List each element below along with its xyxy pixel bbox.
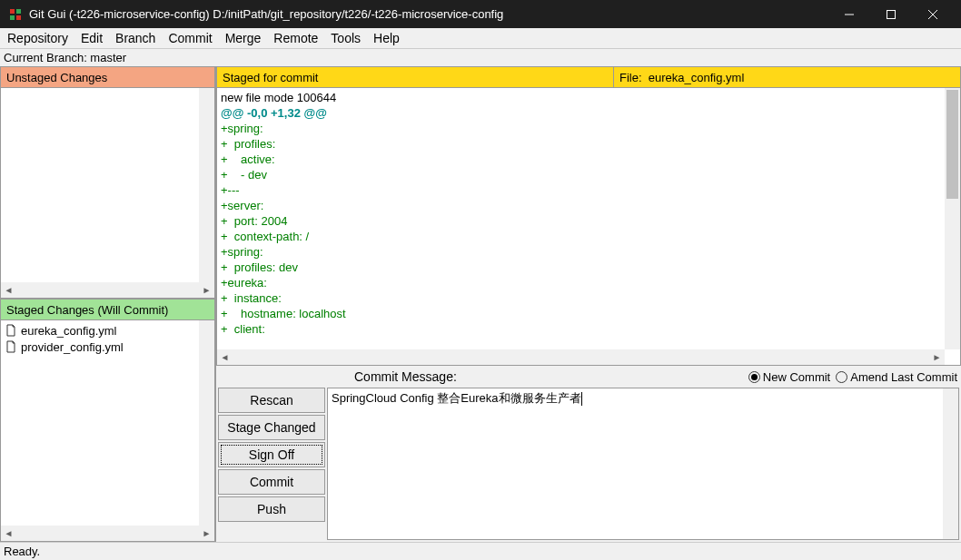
diff-line: +spring:: [221, 121, 956, 136]
diff-line: @@ -0,0 +1,32 @@: [221, 105, 956, 121]
diff-line: + context-path: /: [221, 229, 956, 244]
menu-help[interactable]: Help: [373, 31, 400, 45]
scrollbar-horizontal[interactable]: ◄►: [1, 282, 214, 298]
unstaged-header: Unstaged Changes: [0, 66, 215, 88]
unstaged-list[interactable]: ◄►: [0, 88, 215, 299]
svg-rect-1: [16, 9, 21, 14]
diff-line: +---: [221, 182, 956, 198]
diff-file-name: eureka_config.yml: [649, 71, 745, 84]
svg-rect-5: [887, 10, 896, 18]
diff-line: new file mode 100644: [221, 90, 956, 105]
menubar: Repository Edit Branch Commit Merge Remo…: [0, 28, 961, 48]
staged-header: Staged Changes (Will Commit): [0, 299, 215, 320]
radio-amend-commit[interactable]: Amend Last Commit: [836, 370, 957, 384]
staged-file-name: eureka_config.yml: [21, 324, 117, 338]
svg-rect-0: [10, 9, 15, 14]
diff-line: + - dev: [221, 167, 956, 182]
scrollbar-horizontal[interactable]: ◄►: [217, 349, 945, 365]
commit-message-label: Commit Message:: [354, 369, 457, 384]
diff-line: +server:: [221, 198, 956, 213]
diff-line: + port: 2004: [221, 213, 956, 229]
status-bar: Ready.: [0, 542, 961, 560]
app-icon: [7, 6, 24, 23]
staged-list[interactable]: eureka_config.yml provider_config.yml ◄►: [0, 320, 215, 542]
diff-line: + client:: [221, 321, 956, 337]
scrollbar-vertical[interactable]: [945, 88, 960, 349]
file-icon: [5, 340, 17, 353]
status-text: Ready.: [4, 545, 40, 558]
minimize-button[interactable]: [828, 0, 870, 28]
commit-message-text: SpringCloud Config 整合Eureka和微服务生产者: [332, 391, 581, 405]
diff-line: + profiles: dev: [221, 260, 956, 275]
maximize-button[interactable]: [870, 0, 912, 28]
diff-line: +eureka:: [221, 275, 956, 290]
diff-line: + instance:: [221, 290, 956, 306]
menu-commit[interactable]: Commit: [168, 31, 212, 45]
diff-line: + profiles:: [221, 136, 956, 152]
sign-off-button[interactable]: Sign Off: [218, 442, 325, 467]
diff-file-label: File:: [619, 71, 642, 84]
diff-header-file: File: eureka_config.yml: [614, 66, 961, 88]
branch-bar: Current Branch: master: [0, 48, 961, 66]
close-button[interactable]: [912, 0, 954, 28]
diff-pane[interactable]: new file mode 100644@@ -0,0 +1,32 @@+spr…: [216, 88, 961, 366]
rescan-button[interactable]: Rescan: [218, 388, 325, 413]
diff-line: + hostname: localhost: [221, 306, 956, 321]
scrollbar-vertical[interactable]: [199, 320, 214, 526]
window-title: Git Gui (-t226-microservice-config) D:/i…: [29, 7, 828, 21]
scrollbar-horizontal[interactable]: ◄►: [1, 526, 214, 541]
menu-tools[interactable]: Tools: [331, 31, 361, 45]
staged-file-item[interactable]: eureka_config.yml: [1, 322, 214, 339]
staged-file-name: provider_config.yml: [21, 340, 124, 354]
menu-merge[interactable]: Merge: [225, 31, 262, 45]
titlebar: Git Gui (-t226-microservice-config) D:/i…: [0, 0, 961, 28]
svg-rect-3: [16, 15, 21, 20]
file-icon: [5, 324, 17, 337]
scrollbar-vertical[interactable]: [943, 388, 958, 539]
commit-message-input[interactable]: SpringCloud Config 整合Eureka和微服务生产者: [327, 388, 959, 540]
diff-header-left: Staged for commit: [216, 66, 614, 88]
scrollbar-vertical[interactable]: [199, 88, 214, 282]
menu-edit[interactable]: Edit: [81, 31, 103, 45]
menu-remote[interactable]: Remote: [273, 31, 318, 45]
diff-line: + active:: [221, 152, 956, 167]
menu-repository[interactable]: Repository: [7, 31, 68, 45]
staged-file-item[interactable]: provider_config.yml: [1, 339, 214, 355]
menu-branch[interactable]: Branch: [115, 31, 155, 45]
svg-rect-2: [10, 15, 15, 20]
commit-button[interactable]: Commit: [218, 469, 325, 495]
diff-line: +spring:: [221, 244, 956, 260]
radio-new-commit[interactable]: New Commit: [748, 370, 830, 384]
push-button[interactable]: Push: [218, 496, 325, 522]
current-branch-label: Current Branch: master: [4, 51, 126, 64]
stage-changed-button[interactable]: Stage Changed: [218, 415, 325, 440]
